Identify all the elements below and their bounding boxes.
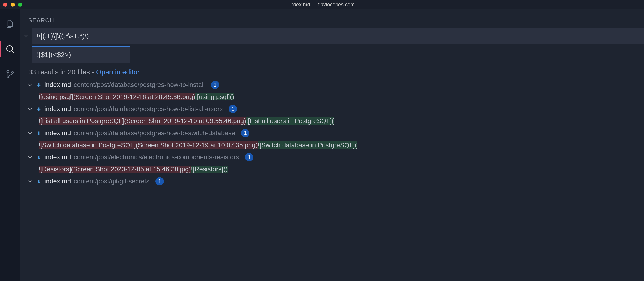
titlebar: index.md — flaviocopes.com [0, 0, 644, 9]
open-in-editor-link[interactable]: Open in editor [96, 68, 140, 76]
result-file-name: index.md [44, 81, 71, 89]
traffic-lights [3, 2, 22, 7]
match-count-badge: 1 [229, 105, 237, 113]
panel-title: SEARCH [20, 13, 644, 28]
result-file-name: index.md [44, 178, 71, 185]
search-input[interactable] [32, 28, 644, 44]
result-file-name: index.md [44, 153, 71, 161]
svg-point-2 [7, 70, 9, 72]
match-added-text: ![Switch database in PostgreSQL]( [258, 141, 357, 149]
result-file-row[interactable]: index.md content/post/database/postgres-… [24, 102, 644, 115]
match-added-text: ![List all users in PostgreSQL]( [246, 117, 334, 124]
results-summary: 33 results in 20 files - Open in editor [20, 63, 644, 78]
match-count-badge: 1 [211, 81, 219, 89]
close-window-button[interactable] [3, 2, 8, 7]
window-title: index.md — flaviocopes.com [289, 1, 354, 8]
result-file-row[interactable]: index.md content/post/database/postgres-… [24, 78, 644, 91]
git-branch-icon [6, 69, 15, 79]
result-file-path: content/post/electronics/electronics-com… [74, 153, 239, 161]
minimize-window-button[interactable] [11, 2, 15, 7]
result-file-path: content/post/database/postgres-how-to-sw… [74, 129, 235, 137]
explorer-tab[interactable] [0, 16, 20, 32]
result-match-row[interactable]: ![using psql](Screen Shot 2019-12-16 at … [24, 91, 644, 102]
result-file-row[interactable]: index.md content/post/database/postgres-… [24, 127, 644, 140]
result-file-path: content/post/database/postgres-how-to-li… [74, 105, 223, 113]
result-match-row[interactable]: ![Resistors](Screen Shot 2020-12-05 at 1… [24, 164, 644, 175]
match-count-badge: 1 [245, 153, 253, 161]
result-file-name: index.md [44, 105, 71, 113]
match-removed-text: ![Switch database in PostgreSQL](Screen … [38, 141, 258, 149]
chevron-down-icon [27, 154, 33, 160]
match-removed-text: ![List all users in PostgreSQL](Screen S… [38, 117, 246, 124]
match-added-text: ![Resistors]() [191, 166, 228, 173]
svg-point-0 [7, 46, 12, 51]
toggle-replace-button[interactable] [22, 28, 30, 44]
chevron-down-icon [23, 33, 29, 39]
results-count-text: 33 results in 20 files - [28, 68, 96, 76]
search-tab[interactable] [0, 41, 20, 57]
chevron-down-icon [27, 106, 33, 112]
match-removed-text: ![Resistors](Screen Shot 2020-12-05 at 1… [38, 166, 191, 173]
search-icon [5, 44, 15, 54]
markdown-file-icon [36, 154, 42, 160]
result-file-name: index.md [44, 129, 71, 137]
maximize-window-button[interactable] [18, 2, 22, 7]
replace-input[interactable] [32, 46, 130, 63]
result-file-row[interactable]: index.md content/post/electronics/electr… [24, 151, 644, 164]
match-removed-text: ![using psql](Screen Shot 2019-12-16 at … [38, 93, 195, 100]
svg-line-1 [12, 50, 14, 53]
result-file-path: content/post/database/postgres-how-to-in… [74, 81, 205, 89]
result-file-row[interactable]: index.md content/post/git/git-secrets1 [24, 175, 644, 188]
markdown-file-icon [36, 130, 42, 136]
match-added-text: ![using psql]() [195, 93, 234, 100]
result-match-row[interactable]: ![Switch database in PostgreSQL](Screen … [24, 140, 644, 151]
chevron-down-icon [27, 178, 33, 184]
match-count-badge: 1 [241, 129, 250, 137]
svg-point-3 [7, 76, 9, 78]
chevron-down-icon [27, 130, 33, 136]
source-control-tab[interactable] [0, 66, 20, 82]
results-list: index.md content/post/database/postgres-… [20, 78, 644, 188]
activity-bar [0, 9, 20, 281]
main-area: SEARCH 33 results in 20 files - Open in … [0, 9, 644, 281]
markdown-file-icon [36, 178, 42, 184]
files-icon [6, 19, 15, 29]
markdown-file-icon [36, 82, 42, 88]
markdown-file-icon [36, 106, 42, 112]
svg-point-4 [12, 71, 14, 73]
result-file-path: content/post/git/git-secrets [74, 178, 150, 185]
match-count-badge: 1 [156, 177, 164, 186]
search-panel: SEARCH 33 results in 20 files - Open in … [20, 9, 644, 281]
result-match-row[interactable]: ![List all users in PostgreSQL](Screen S… [24, 115, 644, 127]
search-inputs [20, 28, 644, 63]
chevron-down-icon [27, 82, 33, 88]
